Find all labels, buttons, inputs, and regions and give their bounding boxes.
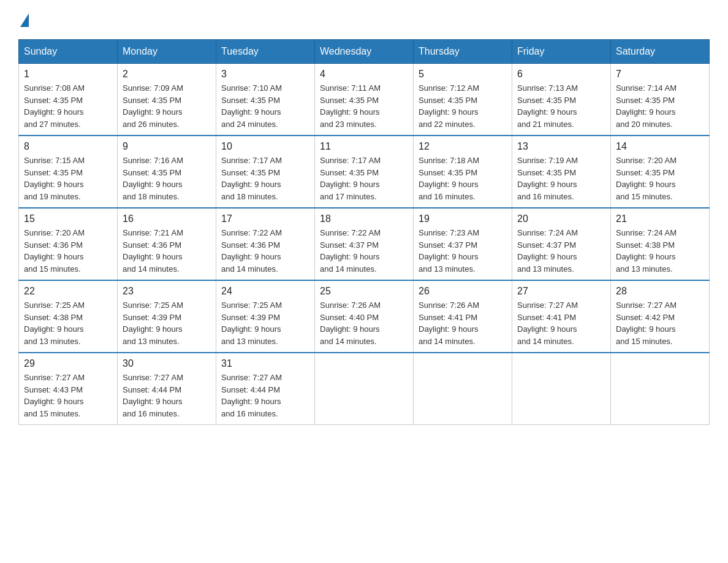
calendar-day-cell: 18 Sunrise: 7:22 AM Sunset: 4:37 PM Dayl… bbox=[315, 208, 414, 280]
calendar-day-cell: 28 Sunrise: 7:27 AM Sunset: 4:42 PM Dayl… bbox=[611, 280, 710, 353]
day-info: Sunrise: 7:18 AM Sunset: 4:35 PM Dayligh… bbox=[419, 155, 507, 202]
calendar-day-cell: 29 Sunrise: 7:27 AM Sunset: 4:43 PM Dayl… bbox=[19, 353, 118, 425]
calendar-day-cell: 27 Sunrise: 7:27 AM Sunset: 4:41 PM Dayl… bbox=[512, 280, 611, 353]
day-info: Sunrise: 7:20 AM Sunset: 4:36 PM Dayligh… bbox=[24, 227, 112, 275]
calendar-day-cell: 16 Sunrise: 7:21 AM Sunset: 4:36 PM Dayl… bbox=[118, 208, 216, 280]
day-info: Sunrise: 7:27 AM Sunset: 4:43 PM Dayligh… bbox=[24, 372, 112, 419]
calendar-day-cell: 26 Sunrise: 7:26 AM Sunset: 4:41 PM Dayl… bbox=[414, 280, 512, 353]
day-info: Sunrise: 7:26 AM Sunset: 4:40 PM Dayligh… bbox=[320, 299, 408, 347]
day-number: 24 bbox=[221, 286, 309, 297]
day-info: Sunrise: 7:14 AM Sunset: 4:35 PM Dayligh… bbox=[616, 82, 704, 130]
logo-triangle-icon bbox=[20, 13, 29, 27]
day-number: 20 bbox=[517, 213, 605, 224]
calendar-day-cell: 24 Sunrise: 7:25 AM Sunset: 4:39 PM Dayl… bbox=[216, 280, 315, 353]
calendar-day-cell: 17 Sunrise: 7:22 AM Sunset: 4:36 PM Dayl… bbox=[216, 208, 315, 280]
calendar-week-row: 22 Sunrise: 7:25 AM Sunset: 4:38 PM Dayl… bbox=[19, 280, 710, 353]
day-number: 31 bbox=[221, 358, 309, 369]
calendar-header-row: SundayMondayTuesdayWednesdayThursdayFrid… bbox=[19, 40, 710, 64]
day-info: Sunrise: 7:16 AM Sunset: 4:35 PM Dayligh… bbox=[123, 155, 211, 202]
calendar-day-cell: 5 Sunrise: 7:12 AM Sunset: 4:35 PM Dayli… bbox=[414, 64, 512, 136]
day-info: Sunrise: 7:27 AM Sunset: 4:41 PM Dayligh… bbox=[517, 299, 605, 347]
day-number: 15 bbox=[24, 213, 112, 224]
day-info: Sunrise: 7:10 AM Sunset: 4:35 PM Dayligh… bbox=[221, 82, 309, 130]
day-number: 23 bbox=[123, 286, 211, 297]
day-info: Sunrise: 7:22 AM Sunset: 4:37 PM Dayligh… bbox=[320, 227, 408, 275]
page-header bbox=[18, 12, 710, 27]
calendar-day-cell: 2 Sunrise: 7:09 AM Sunset: 4:35 PM Dayli… bbox=[118, 64, 216, 136]
calendar-day-cell: 23 Sunrise: 7:25 AM Sunset: 4:39 PM Dayl… bbox=[118, 280, 216, 353]
day-info: Sunrise: 7:27 AM Sunset: 4:44 PM Dayligh… bbox=[221, 372, 309, 419]
calendar-day-cell bbox=[512, 353, 611, 425]
day-number: 14 bbox=[616, 141, 704, 152]
day-number: 28 bbox=[616, 286, 704, 297]
calendar-day-cell: 19 Sunrise: 7:23 AM Sunset: 4:37 PM Dayl… bbox=[414, 208, 512, 280]
day-info: Sunrise: 7:17 AM Sunset: 4:35 PM Dayligh… bbox=[221, 155, 309, 202]
logo bbox=[18, 12, 29, 27]
day-info: Sunrise: 7:12 AM Sunset: 4:35 PM Dayligh… bbox=[419, 82, 507, 130]
day-number: 13 bbox=[517, 141, 605, 152]
day-info: Sunrise: 7:08 AM Sunset: 4:35 PM Dayligh… bbox=[24, 82, 112, 130]
calendar-header-thursday: Thursday bbox=[414, 40, 512, 64]
day-info: Sunrise: 7:24 AM Sunset: 4:37 PM Dayligh… bbox=[517, 227, 605, 275]
calendar-day-cell: 8 Sunrise: 7:15 AM Sunset: 4:35 PM Dayli… bbox=[19, 136, 118, 208]
day-number: 8 bbox=[24, 141, 112, 152]
day-info: Sunrise: 7:24 AM Sunset: 4:38 PM Dayligh… bbox=[616, 227, 704, 275]
day-info: Sunrise: 7:11 AM Sunset: 4:35 PM Dayligh… bbox=[320, 82, 408, 130]
calendar-header-wednesday: Wednesday bbox=[315, 40, 414, 64]
day-info: Sunrise: 7:27 AM Sunset: 4:42 PM Dayligh… bbox=[616, 299, 704, 347]
calendar-day-cell: 14 Sunrise: 7:20 AM Sunset: 4:35 PM Dayl… bbox=[611, 136, 710, 208]
day-number: 17 bbox=[221, 213, 309, 224]
day-number: 6 bbox=[517, 69, 605, 80]
day-number: 2 bbox=[123, 69, 211, 80]
calendar-week-row: 8 Sunrise: 7:15 AM Sunset: 4:35 PM Dayli… bbox=[19, 136, 710, 208]
day-info: Sunrise: 7:25 AM Sunset: 4:39 PM Dayligh… bbox=[123, 299, 211, 347]
day-info: Sunrise: 7:25 AM Sunset: 4:39 PM Dayligh… bbox=[221, 299, 309, 347]
day-info: Sunrise: 7:19 AM Sunset: 4:35 PM Dayligh… bbox=[517, 155, 605, 202]
calendar-header-saturday: Saturday bbox=[611, 40, 710, 64]
day-number: 12 bbox=[419, 141, 507, 152]
calendar-week-row: 29 Sunrise: 7:27 AM Sunset: 4:43 PM Dayl… bbox=[19, 353, 710, 425]
calendar-day-cell: 21 Sunrise: 7:24 AM Sunset: 4:38 PM Dayl… bbox=[611, 208, 710, 280]
calendar-day-cell: 9 Sunrise: 7:16 AM Sunset: 4:35 PM Dayli… bbox=[118, 136, 216, 208]
calendar-header-tuesday: Tuesday bbox=[216, 40, 315, 64]
day-number: 29 bbox=[24, 358, 112, 369]
calendar-day-cell: 13 Sunrise: 7:19 AM Sunset: 4:35 PM Dayl… bbox=[512, 136, 611, 208]
day-info: Sunrise: 7:27 AM Sunset: 4:44 PM Dayligh… bbox=[123, 372, 211, 419]
calendar-week-row: 1 Sunrise: 7:08 AM Sunset: 4:35 PM Dayli… bbox=[19, 64, 710, 136]
day-number: 30 bbox=[123, 358, 211, 369]
day-number: 3 bbox=[221, 69, 309, 80]
calendar-day-cell: 6 Sunrise: 7:13 AM Sunset: 4:35 PM Dayli… bbox=[512, 64, 611, 136]
calendar-header-sunday: Sunday bbox=[19, 40, 118, 64]
calendar-week-row: 15 Sunrise: 7:20 AM Sunset: 4:36 PM Dayl… bbox=[19, 208, 710, 280]
calendar-header-friday: Friday bbox=[512, 40, 611, 64]
day-info: Sunrise: 7:21 AM Sunset: 4:36 PM Dayligh… bbox=[123, 227, 211, 275]
day-number: 10 bbox=[221, 141, 309, 152]
day-info: Sunrise: 7:15 AM Sunset: 4:35 PM Dayligh… bbox=[24, 155, 112, 202]
day-number: 16 bbox=[123, 213, 211, 224]
calendar-day-cell: 11 Sunrise: 7:17 AM Sunset: 4:35 PM Dayl… bbox=[315, 136, 414, 208]
day-number: 22 bbox=[24, 286, 112, 297]
day-number: 18 bbox=[320, 213, 408, 224]
calendar-day-cell: 25 Sunrise: 7:26 AM Sunset: 4:40 PM Dayl… bbox=[315, 280, 414, 353]
calendar-day-cell: 10 Sunrise: 7:17 AM Sunset: 4:35 PM Dayl… bbox=[216, 136, 315, 208]
calendar-day-cell bbox=[611, 353, 710, 425]
calendar-table: SundayMondayTuesdayWednesdayThursdayFrid… bbox=[18, 39, 710, 425]
calendar-day-cell: 3 Sunrise: 7:10 AM Sunset: 4:35 PM Dayli… bbox=[216, 64, 315, 136]
day-info: Sunrise: 7:22 AM Sunset: 4:36 PM Dayligh… bbox=[221, 227, 309, 275]
day-number: 21 bbox=[616, 213, 704, 224]
day-number: 7 bbox=[616, 69, 704, 80]
calendar-day-cell: 20 Sunrise: 7:24 AM Sunset: 4:37 PM Dayl… bbox=[512, 208, 611, 280]
day-number: 4 bbox=[320, 69, 408, 80]
day-number: 27 bbox=[517, 286, 605, 297]
day-number: 5 bbox=[419, 69, 507, 80]
calendar-day-cell bbox=[414, 353, 512, 425]
day-number: 1 bbox=[24, 69, 112, 80]
calendar-day-cell: 15 Sunrise: 7:20 AM Sunset: 4:36 PM Dayl… bbox=[19, 208, 118, 280]
calendar-header-monday: Monday bbox=[118, 40, 216, 64]
calendar-day-cell: 4 Sunrise: 7:11 AM Sunset: 4:35 PM Dayli… bbox=[315, 64, 414, 136]
day-info: Sunrise: 7:09 AM Sunset: 4:35 PM Dayligh… bbox=[123, 82, 211, 130]
day-number: 26 bbox=[419, 286, 507, 297]
calendar-day-cell: 1 Sunrise: 7:08 AM Sunset: 4:35 PM Dayli… bbox=[19, 64, 118, 136]
day-number: 19 bbox=[419, 213, 507, 224]
calendar-day-cell: 31 Sunrise: 7:27 AM Sunset: 4:44 PM Dayl… bbox=[216, 353, 315, 425]
